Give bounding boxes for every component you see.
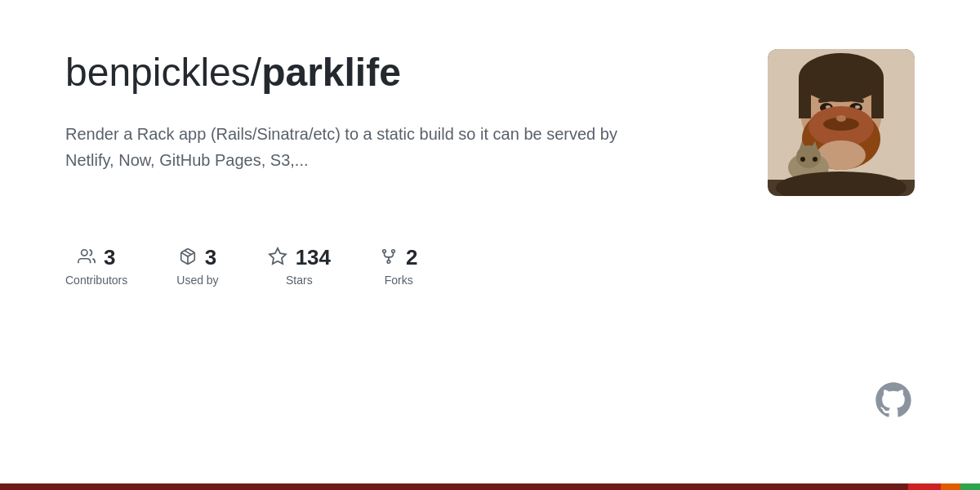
svg-point-29 [383,249,386,252]
stat-stars-top: 134 [268,245,331,270]
bar-segment-red [908,483,941,490]
repo-name[interactable]: parklife [261,51,401,94]
stats-row: 3 Contributors 3 Used by [65,245,915,303]
svg-point-9 [855,105,860,109]
repo-description: Render a Rack app (Rails/Sinatra/etc) to… [65,121,621,173]
avatar-container [768,49,915,196]
svg-rect-4 [799,78,811,118]
svg-point-31 [387,260,390,263]
github-icon-container[interactable] [872,379,915,425]
contributors-count: 3 [104,245,115,270]
stat-forks-top: 2 [380,245,417,270]
avatar[interactable] [768,49,915,196]
stat-forks[interactable]: 2 Forks [380,245,417,287]
bar-segment-green [960,483,980,490]
svg-point-21 [800,157,805,162]
svg-marker-28 [270,248,286,264]
stat-used-by-top: 3 [179,245,216,270]
repo-title: benpickles/parklife [65,49,719,96]
svg-point-25 [81,249,87,255]
github-logo-icon [872,379,915,421]
star-icon [268,247,287,270]
stars-label: Stars [286,274,313,287]
svg-point-22 [813,157,817,162]
repo-header: benpickles/parklife Render a Rack app (R… [65,49,915,196]
bar-segment-orange [941,483,960,490]
used-by-count: 3 [205,245,216,270]
repo-info: benpickles/parklife Render a Rack app (R… [65,49,719,173]
contributors-icon [78,247,96,269]
main-content: benpickles/parklife Render a Rack app (R… [0,0,980,303]
contributors-label: Contributors [65,274,127,287]
fork-icon [380,247,398,269]
svg-rect-5 [871,78,884,118]
repo-owner[interactable]: benpickles/ [65,51,261,94]
svg-point-3 [799,53,884,102]
svg-point-15 [836,115,846,122]
bottom-bar [0,483,980,490]
used-by-label: Used by [176,274,218,287]
stat-stars[interactable]: 134 Stars [268,245,331,287]
svg-line-26 [185,250,191,254]
stars-count: 134 [296,245,331,270]
bar-segment-dark-red [0,483,908,490]
forks-count: 2 [406,245,417,270]
svg-point-30 [392,249,395,252]
stat-used-by[interactable]: 3 Used by [176,245,218,287]
forks-label: Forks [385,274,413,287]
stat-contributors-top: 3 [78,245,115,270]
package-icon [179,247,197,269]
stat-contributors[interactable]: 3 Contributors [65,245,127,287]
